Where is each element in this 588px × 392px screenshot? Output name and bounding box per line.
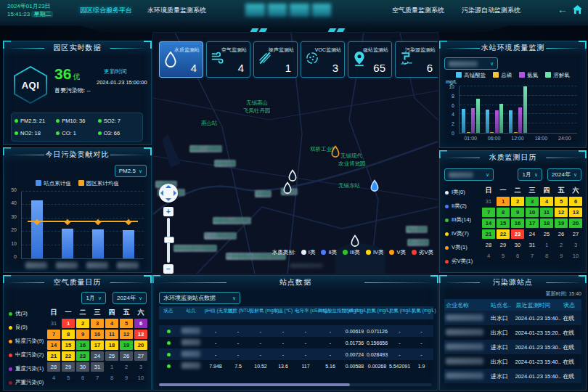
wq-bar[interactable]	[490, 132, 494, 133]
wq-bar[interactable]	[499, 104, 503, 133]
calendar-day[interactable]: 30	[76, 362, 89, 372]
calendar-day[interactable]: 10	[526, 208, 539, 217]
calendar-day[interactable]: 13	[569, 208, 582, 217]
air-cal-month-select[interactable]: 1月∨	[81, 292, 106, 304]
calendar-day[interactable]: 17	[91, 340, 104, 350]
calendar-day[interactable]: 11	[540, 208, 553, 217]
calendar-day[interactable]: 8	[540, 251, 553, 261]
calendar-day[interactable]: 9	[76, 330, 89, 339]
calendar-day[interactable]: 15	[497, 219, 510, 228]
calendar-day[interactable]: 11	[105, 330, 118, 339]
zoom-slider-track[interactable]	[167, 218, 170, 263]
calendar-day[interactable]: 2	[511, 197, 524, 206]
calendar-day[interactable]: 1	[497, 197, 510, 206]
horizontal-scrollbar[interactable]	[159, 383, 432, 386]
calendar-day[interactable]: 14	[47, 340, 60, 350]
station-marker-white[interactable]	[282, 181, 293, 195]
contribution-bar[interactable]	[31, 200, 43, 258]
calendar-day[interactable]: 9	[120, 373, 133, 383]
station-data-select[interactable]: 水环境监测站点数据∨	[159, 292, 240, 304]
wq-bar[interactable]	[462, 109, 465, 133]
station-filter-pin[interactable]: 微站监测站65	[348, 41, 392, 78]
calendar-day[interactable]: 10	[569, 251, 582, 261]
calendar-day[interactable]: 25	[105, 351, 118, 361]
water-cal-year-select[interactable]: 2024年∨	[547, 168, 581, 181]
nav-pollution-system[interactable]: 污染源自动监测系统	[462, 6, 520, 15]
pollution-row[interactable]: 进水口 2024-01-23 15:40.. 在线	[444, 369, 581, 383]
wq-station-select[interactable]: ∨	[444, 57, 498, 70]
calendar-day[interactable]: 12	[120, 330, 133, 339]
station-filter-water-drop[interactable]: 水质监测站4	[159, 41, 203, 78]
calendar-day[interactable]: 22	[497, 229, 510, 239]
calendar-day[interactable]: 2	[76, 319, 89, 328]
calendar-day[interactable]: 6	[511, 251, 524, 261]
calendar-day[interactable]: 27	[134, 351, 147, 361]
calendar-day[interactable]: 31	[91, 362, 104, 372]
calendar-day[interactable]: 8	[62, 330, 75, 339]
calendar-day[interactable]: 1	[540, 240, 553, 250]
table-row[interactable]: 7.9487.510.5213.61175.160.005880.002685.…	[159, 360, 433, 372]
calendar-day[interactable]: 10	[134, 373, 147, 383]
calendar-day[interactable]: 7	[47, 330, 60, 339]
calendar-day[interactable]: 3	[526, 197, 539, 206]
calendar-day[interactable]: 29	[497, 240, 510, 250]
calendar-day[interactable]: 7	[526, 251, 539, 261]
calendar-day[interactable]: 8	[105, 373, 118, 383]
calendar-day[interactable]: 3	[91, 319, 104, 328]
calendar-day[interactable]: 4	[540, 197, 553, 206]
zoom-slider-handle[interactable]	[164, 237, 174, 243]
calendar-day[interactable]: 23	[511, 229, 524, 239]
calendar-day[interactable]: 7	[482, 208, 495, 217]
table-row[interactable]: ------0.007240.028493--	[159, 348, 433, 360]
calendar-day[interactable]: 26	[120, 351, 133, 361]
calendar-day[interactable]: 12	[555, 208, 568, 217]
calendar-day[interactable]: 20	[134, 340, 147, 350]
pollution-row[interactable]: 出水口 2024-01-23 15:40.. 在线	[444, 311, 581, 325]
calendar-day[interactable]: 31	[526, 240, 539, 250]
table-row[interactable]: ------0.006190.071126--	[159, 325, 433, 337]
calendar-day[interactable]: 28	[482, 240, 495, 250]
home-icon[interactable]	[573, 5, 582, 14]
pollution-row[interactable]: 出水口 2024-01-23 15:20.. 在线	[444, 325, 581, 340]
calendar-day[interactable]: 21	[482, 229, 495, 239]
calendar-day[interactable]: 10	[91, 330, 104, 339]
calendar-day[interactable]: 20	[569, 219, 582, 228]
nav-water-system[interactable]: 水环境质量监测系统	[147, 6, 206, 15]
nav-park-platform[interactable]: 园区综合服务平台	[80, 6, 132, 15]
calendar-day[interactable]: 6	[569, 197, 582, 206]
calendar-day[interactable]: 7	[91, 373, 104, 383]
calendar-day[interactable]: 25	[540, 229, 553, 239]
calendar-day[interactable]: 19	[120, 340, 133, 350]
pollution-row[interactable]: 进水口 2024-01-23 15:30.. 在线	[444, 340, 581, 354]
calendar-day[interactable]: 4	[105, 319, 118, 328]
calendar-day[interactable]: 1	[62, 319, 75, 328]
wq-bar[interactable]	[518, 107, 522, 133]
contribution-bar[interactable]	[123, 230, 134, 258]
map-pan-control[interactable]	[159, 184, 178, 203]
station-marker-blue[interactable]	[369, 179, 380, 193]
station-filter-outfall[interactable]: 污染源监测站6	[395, 41, 438, 78]
map-canvas[interactable]: 无锡惠山飞凤牡丹园惠山站锡西工业园区运城公园双桥工业园无锡现代农业博览园无锡东站…	[152, 32, 438, 274]
station-marker-orange[interactable]	[330, 145, 341, 159]
water-cal-station-select[interactable]: ∨	[444, 168, 494, 181]
table-row[interactable]: ------0.017360.156656--	[159, 337, 433, 348]
calendar-day[interactable]: 3	[134, 362, 147, 372]
calendar-day[interactable]: 1	[105, 362, 118, 372]
station-filter-wind[interactable]: 空气监测站4	[206, 41, 250, 78]
calendar-day[interactable]: 14	[482, 219, 495, 228]
water-cal-month-select[interactable]: 1月∨	[518, 168, 542, 181]
calendar-day[interactable]: 2	[555, 240, 568, 250]
calendar-day[interactable]: 4	[47, 373, 60, 383]
calendar-day[interactable]: 21	[47, 351, 60, 361]
calendar-day[interactable]: 16	[76, 340, 89, 350]
calendar-day[interactable]: 27	[569, 229, 582, 239]
calendar-day[interactable]: 5	[555, 197, 568, 206]
calendar-day[interactable]: 31	[47, 319, 60, 328]
wq-bar[interactable]	[467, 132, 470, 133]
calendar-day[interactable]: 9	[555, 251, 568, 261]
calendar-day[interactable]: 23	[76, 351, 89, 361]
wq-bar[interactable]	[495, 110, 499, 133]
calendar-day[interactable]: 5	[62, 373, 75, 383]
scrollbar-thumb[interactable]	[159, 383, 350, 386]
calendar-day[interactable]: 22	[62, 351, 75, 361]
